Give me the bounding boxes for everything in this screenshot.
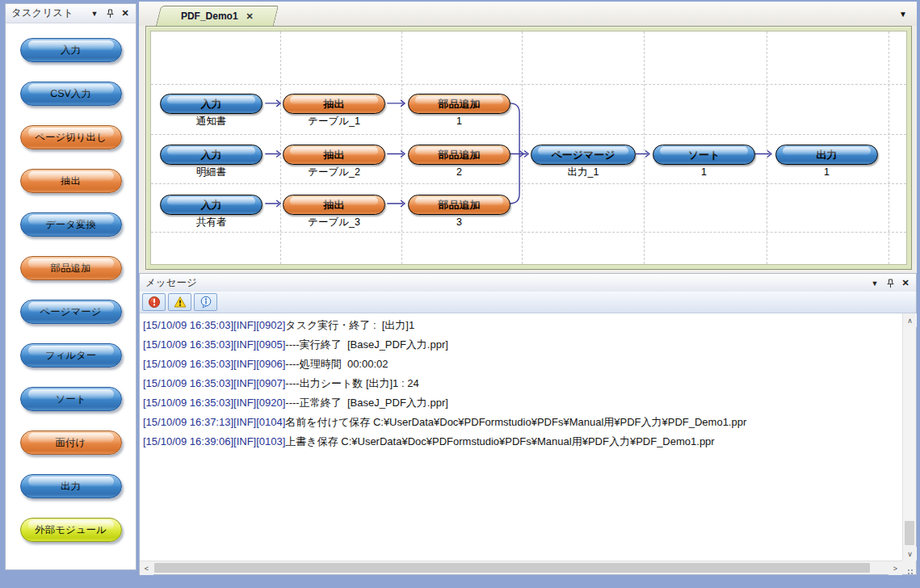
task-button-ページマージ[interactable]: ページマージ <box>20 300 122 324</box>
grid-line-vertical <box>280 32 281 264</box>
flow-node-sublabel: 出力_1 <box>531 166 636 178</box>
flow-node-pill[interactable]: 抽出 <box>283 195 385 215</box>
tab-close-icon[interactable]: ✕ <box>246 11 254 22</box>
scroll-down-icon[interactable]: ∨ <box>903 547 917 561</box>
task-button-抽出[interactable]: 抽出 <box>20 169 122 193</box>
task-button-部品追加[interactable]: 部品追加 <box>20 256 122 280</box>
flow-node-sublabel: 通知書 <box>160 116 263 127</box>
scroll-right-icon[interactable]: > <box>888 561 902 575</box>
flow-node-pill[interactable]: 入力 <box>160 145 263 165</box>
flow-node-pill[interactable]: 部品追加 <box>408 94 510 114</box>
horizontal-scroll-thumb[interactable] <box>154 563 870 573</box>
log-line: [15/10/09 16:35:03][INF][0920]----正常終了 [… <box>143 393 899 413</box>
resize-grip[interactable] <box>902 561 916 574</box>
log-line-message: ----実行終了 [BaseJ_PDF入力.ppr] <box>285 338 448 351</box>
flow-node-抽出-テーブル_1[interactable]: 抽出テーブル_1 <box>283 94 385 127</box>
flow-node-sublabel: 1 <box>775 166 878 178</box>
flow-node-sublabel: 3 <box>408 216 510 228</box>
scroll-up-icon[interactable]: ∧ <box>903 313 917 327</box>
info-icon <box>200 296 212 309</box>
document-tab-strip: PDF_Demo1 ✕ ▼ <box>139 2 917 26</box>
flow-node-sublabel: テーブル_1 <box>283 116 385 127</box>
flow-node-sublabel: 明細書 <box>160 166 263 178</box>
log-line-timestamp: [15/10/09 16:35:03][INF][0902] <box>143 319 285 331</box>
flow-node-ページマージ-出力_1[interactable]: ページマージ出力_1 <box>531 145 636 178</box>
log-line-timestamp: [15/10/09 16:35:03][INF][0907] <box>143 377 285 389</box>
grid-line-vertical <box>888 32 889 264</box>
task-button-データ変換[interactable]: データ変換 <box>20 212 122 237</box>
vertical-scroll-thumb[interactable] <box>905 521 914 545</box>
flow-node-pill[interactable]: 抽出 <box>283 145 385 165</box>
horizontal-scroll-track[interactable] <box>153 561 888 574</box>
log-line-message: タスク実行・終了 : [出力]1 <box>285 319 414 331</box>
flow-node-pill[interactable]: ソート <box>653 145 755 165</box>
task-button-入力[interactable]: 入力 <box>20 38 122 62</box>
flow-node-pill[interactable]: 部品追加 <box>408 145 510 165</box>
grid-line-vertical <box>767 32 767 264</box>
task-button-ソート[interactable]: ソート <box>20 387 122 411</box>
flow-node-pill[interactable]: 入力 <box>160 195 263 215</box>
flow-node-pill[interactable]: 入力 <box>160 94 263 114</box>
log-line-timestamp: [15/10/09 16:39:06][INF][0103] <box>143 435 285 447</box>
flow-node-pill[interactable]: 部品追加 <box>408 195 510 215</box>
log-line-message: ----正常終了 [BaseJ_PDF入力.ppr] <box>285 397 448 409</box>
log-line: [15/10/09 16:35:03][INF][0906]----処理時間 0… <box>143 355 899 374</box>
grid-line-vertical <box>522 32 523 264</box>
chevron-down-icon[interactable]: ▼ <box>868 277 881 290</box>
grid-line-horizontal <box>151 134 906 135</box>
log-line: [15/10/09 16:35:03][INF][0905]----実行終了 [… <box>143 335 899 355</box>
task-button-ページ切り出し[interactable]: ページ切り出し <box>20 125 122 149</box>
flow-node-部品追加-1[interactable]: 部品追加1 <box>408 94 510 127</box>
chevron-down-icon[interactable]: ▼ <box>88 7 101 20</box>
flow-node-sublabel: 1 <box>408 116 510 127</box>
pin-icon-glyph <box>106 9 115 19</box>
flow-node-入力-明細書[interactable]: 入力明細書 <box>160 145 263 178</box>
task-button-出力[interactable]: 出力 <box>20 474 122 498</box>
task-button-フィルター[interactable]: フィルター <box>20 343 122 368</box>
message-panel-header: メッセージ ▼ ✕ <box>140 274 916 293</box>
pin-icon[interactable] <box>103 7 116 20</box>
main-area: PDF_Demo1 ✕ ▼ 入力通知書抽出テーブル_1部品追加1入力明細書抽出テ… <box>139 2 917 575</box>
log-line: [15/10/09 16:35:03][INF][0902]タスク実行・終了 :… <box>143 316 899 335</box>
scroll-left-icon[interactable]: < <box>140 561 153 575</box>
flow-node-出力-1[interactable]: 出力1 <box>775 145 878 178</box>
task-button-外部モジュール[interactable]: 外部モジュール <box>20 518 122 542</box>
flow-node-抽出-テーブル_3[interactable]: 抽出テーブル_3 <box>283 195 385 228</box>
flow-node-pill[interactable]: ページマージ <box>531 145 636 165</box>
flow-canvas[interactable]: 入力通知書抽出テーブル_1部品追加1入力明細書抽出テーブル_2部品追加2入力共有… <box>150 31 907 265</box>
tasklist-panel-title: タスクリスト <box>11 6 86 20</box>
flow-node-抽出-テーブル_2[interactable]: 抽出テーブル_2 <box>283 145 385 178</box>
log-line: [15/10/09 16:37:13][INF][0104]名前を付けて保存 C… <box>143 413 899 432</box>
warning-filter-button[interactable] <box>168 293 191 311</box>
tasklist-panel: タスクリスト ▼ ✕ 入力CSV入力ページ切り出し抽出データ変換部品追加ページマ… <box>5 3 137 570</box>
flow-node-sublabel: 共有者 <box>160 216 263 228</box>
error-filter-button[interactable] <box>142 293 166 311</box>
task-button-面付け[interactable]: 面付け <box>20 430 122 455</box>
flow-node-ソート-1[interactable]: ソート1 <box>653 145 755 178</box>
flow-node-sublabel: テーブル_3 <box>283 216 385 228</box>
close-icon[interactable]: ✕ <box>119 7 132 20</box>
flow-node-入力-共有者[interactable]: 入力共有者 <box>160 195 263 228</box>
flow-node-部品追加-3[interactable]: 部品追加3 <box>408 195 510 228</box>
flow-node-pill[interactable]: 抽出 <box>283 94 385 114</box>
info-filter-button[interactable] <box>194 293 217 311</box>
log-output[interactable]: [15/10/09 16:35:03][INF][0902]タスク実行・終了 :… <box>140 313 902 561</box>
flow-node-sublabel: 1 <box>653 166 755 178</box>
log-line-timestamp: [15/10/09 16:37:13][INF][0104] <box>143 416 285 428</box>
tab-label: PDF_Demo1 <box>181 10 238 22</box>
grid-line-vertical <box>401 32 402 264</box>
message-panel-title: メッセージ <box>145 276 866 290</box>
tab-pdf-demo1[interactable]: PDF_Demo1 ✕ <box>156 6 279 26</box>
flow-node-入力-通知書[interactable]: 入力通知書 <box>160 94 263 127</box>
flow-node-部品追加-2[interactable]: 部品追加2 <box>408 145 510 178</box>
task-button-CSV入力[interactable]: CSV入力 <box>20 82 122 106</box>
log-line: [15/10/09 16:39:06][INF][0103]上書き保存 C:¥U… <box>143 432 899 452</box>
pin-icon[interactable] <box>884 277 897 290</box>
flow-node-sublabel: 2 <box>408 166 510 178</box>
tab-list-chevron-down-icon[interactable]: ▼ <box>899 10 907 19</box>
close-icon[interactable]: ✕ <box>899 277 912 290</box>
flow-node-pill[interactable]: 出力 <box>775 145 878 165</box>
vertical-scrollbar[interactable]: ∧ ∨ <box>902 313 916 561</box>
tasklist-buttons: 入力CSV入力ページ切り出し抽出データ変換部品追加ページマージフィルターソート面… <box>6 23 136 569</box>
horizontal-scrollbar[interactable]: < > <box>140 561 902 574</box>
